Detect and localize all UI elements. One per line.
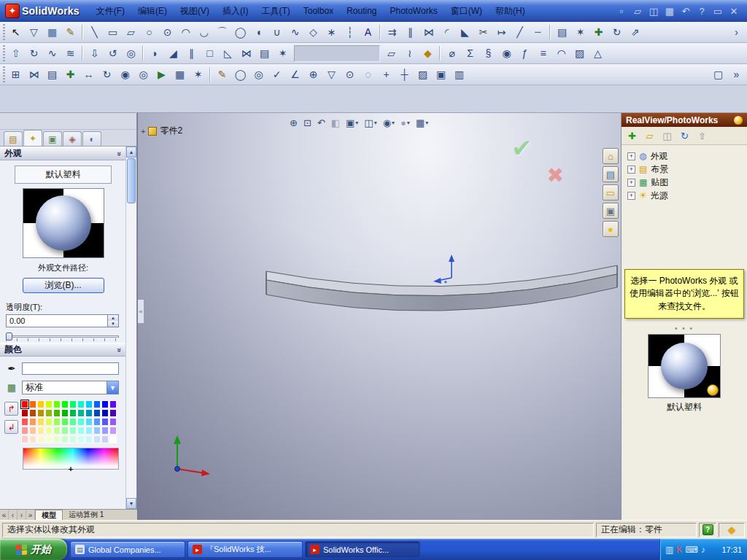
sensor-icon[interactable]: ◉ xyxy=(498,45,515,62)
scale-entities-icon[interactable]: ⇗ xyxy=(627,24,643,41)
insert-components-icon[interactable]: ⊞ xyxy=(7,66,24,83)
new-document-icon[interactable]: ▫ xyxy=(614,4,629,18)
color-swatch[interactable] xyxy=(77,435,85,443)
revolved-boss-icon[interactable]: ↻ xyxy=(26,45,42,62)
split-entities-icon[interactable]: ╱ xyxy=(511,24,528,41)
chamfer-icon[interactable]: ◢ xyxy=(165,45,182,62)
mirror-entities-icon[interactable]: ⋈ xyxy=(420,24,437,41)
color-swatch[interactable] xyxy=(21,400,28,408)
taskbar-task-2[interactable]: ▸『SolidWorks 技... xyxy=(187,541,303,558)
color-swatch[interactable] xyxy=(85,409,93,417)
fullscreen-icon[interactable]: ▢ xyxy=(710,66,727,83)
color-swatch[interactable] xyxy=(29,409,36,417)
linear-component-pattern-icon[interactable]: ▤ xyxy=(44,66,61,83)
datum-target-icon[interactable]: ⊙ xyxy=(341,66,358,83)
color-swatch[interactable] xyxy=(61,427,69,435)
print-icon[interactable]: ▦ xyxy=(662,4,677,18)
select-arrow-icon[interactable]: ↖ xyxy=(7,24,24,41)
color-swatch[interactable] xyxy=(53,427,61,435)
expand-icon[interactable]: + xyxy=(627,166,635,174)
tray-antivirus-icon[interactable]: K xyxy=(676,545,682,555)
text-tool-icon[interactable]: A xyxy=(360,24,376,41)
color-standard-select[interactable]: 标准 ▼ xyxy=(22,381,119,394)
trim-entities-icon[interactable]: ✂ xyxy=(475,24,492,41)
menu-toolbox[interactable]: Toolbox xyxy=(297,0,340,22)
graphics-viewport[interactable]: + 零件2 ⊕⊡↶◧▣▾◫▾◉▾●▾▦▾ * xyxy=(137,113,621,520)
color-swatch[interactable] xyxy=(69,418,77,426)
tree-item[interactable]: +☀光源 xyxy=(623,189,746,202)
color-swatch[interactable] xyxy=(61,418,69,426)
circle-icon[interactable]: ○ xyxy=(141,24,158,41)
balloon-icon[interactable]: ◯ xyxy=(232,66,249,83)
appearance-section-header[interactable]: 外观 » xyxy=(0,147,126,160)
centerline-annotation-icon[interactable]: ┼ xyxy=(396,66,413,83)
convert-entities-icon[interactable]: ⇉ xyxy=(384,24,400,41)
color-swatch[interactable] xyxy=(93,435,101,443)
color-swatch[interactable] xyxy=(85,427,93,435)
dropdown-arrow-icon[interactable]: ▼ xyxy=(107,381,118,394)
instant3d-icon[interactable]: ◆ xyxy=(419,45,436,62)
extend-entities-icon[interactable]: ↦ xyxy=(493,24,510,41)
draft-icon[interactable]: ◺ xyxy=(220,45,236,62)
expand-icon[interactable]: + xyxy=(627,179,635,187)
circular-pattern-icon[interactable]: ✶ xyxy=(274,45,291,62)
color-swatch[interactable] xyxy=(29,427,36,435)
color-swatch[interactable] xyxy=(77,400,85,408)
color-swatch[interactable] xyxy=(69,400,77,408)
save-appearance-button[interactable]: ◫ xyxy=(660,129,674,143)
color-swatch[interactable] xyxy=(21,418,28,426)
mate-icon[interactable]: ⋈ xyxy=(26,66,42,83)
color-swatch[interactable] xyxy=(85,400,93,408)
three-point-arc-icon[interactable]: ⌒ xyxy=(214,24,231,41)
spin-up-button[interactable]: ▲ xyxy=(108,315,118,321)
color-swatch[interactable] xyxy=(45,409,53,417)
propertymanager-tab[interactable]: ✦ xyxy=(23,130,42,146)
geometric-tolerance-icon[interactable]: ⊕ xyxy=(305,66,322,83)
partial-ellipse-icon[interactable]: ◖ xyxy=(250,24,267,41)
collapse-section-icon[interactable]: » xyxy=(115,151,124,155)
file-explorer-tab[interactable]: ▭ xyxy=(603,184,619,201)
parallelogram-icon[interactable]: ▱ xyxy=(123,24,139,41)
tray-volume-icon[interactable]: ♪ xyxy=(701,545,705,555)
color-swatch[interactable] xyxy=(93,427,101,435)
view-palette-tab[interactable]: ▣ xyxy=(603,203,619,219)
panel-scrollbar[interactable]: ▲ ▼ xyxy=(125,147,136,509)
menu-insert[interactable]: 插入(I) xyxy=(216,0,255,22)
last-tab-button[interactable]: » xyxy=(26,510,35,520)
menu-help[interactable]: 帮助(H) xyxy=(489,0,532,22)
new-motion-study-icon[interactable]: ▶ xyxy=(153,66,170,83)
menu-photoworks[interactable]: PhotoWorks xyxy=(384,0,444,22)
zebra-stripes-icon[interactable]: ▨ xyxy=(571,45,588,62)
color-swatch[interactable] xyxy=(77,409,85,417)
color-swatch[interactable] xyxy=(53,435,61,443)
taskbar-task-1[interactable]: ▤Global Companies... xyxy=(70,541,185,558)
color-swatch[interactable] xyxy=(29,400,36,408)
color-swatch[interactable] xyxy=(37,400,44,408)
taskbar-clock[interactable]: 17:31 xyxy=(721,545,742,554)
hole-callout-icon[interactable]: ◌ xyxy=(360,66,376,83)
revision-table-icon[interactable]: ▥ xyxy=(451,66,468,83)
refresh-preview-button[interactable]: ↻ xyxy=(678,129,692,143)
remove-swatch-button[interactable]: ↲ xyxy=(4,420,18,434)
tray-display-icon[interactable]: ▥ xyxy=(665,545,673,555)
point-icon[interactable]: ∗ xyxy=(323,24,340,41)
scrollbar-thumb[interactable] xyxy=(127,158,136,203)
mass-properties-icon[interactable]: Σ xyxy=(462,45,479,62)
close-icon[interactable]: ✕ xyxy=(727,4,741,18)
show-hidden-components-icon[interactable]: ◉ xyxy=(117,66,133,83)
perimeter-circle-icon[interactable]: ⊙ xyxy=(159,24,176,41)
centerpoint-arc-icon[interactable]: ◠ xyxy=(177,24,194,41)
color-swatch[interactable] xyxy=(85,418,93,426)
motion-study-tab[interactable]: 运动算例 1 xyxy=(63,510,109,520)
extruded-boss-icon[interactable]: ⇧ xyxy=(7,45,24,62)
tree-item[interactable]: +◍外观 xyxy=(623,149,746,163)
color-swatch[interactable] xyxy=(29,435,36,443)
color-swatch[interactable] xyxy=(21,435,28,443)
color-swatch[interactable] xyxy=(45,427,53,435)
open-appearance-file-button[interactable]: ▱ xyxy=(643,129,657,143)
area-hatch-icon[interactable]: ▨ xyxy=(414,66,431,83)
polygon-icon[interactable]: ◇ xyxy=(305,24,322,41)
displaymanager-tab[interactable]: ◐ xyxy=(82,131,101,146)
sketch-chamfer-icon[interactable]: ◣ xyxy=(457,24,473,41)
restore-window-icon[interactable]: ▭ xyxy=(711,4,725,18)
